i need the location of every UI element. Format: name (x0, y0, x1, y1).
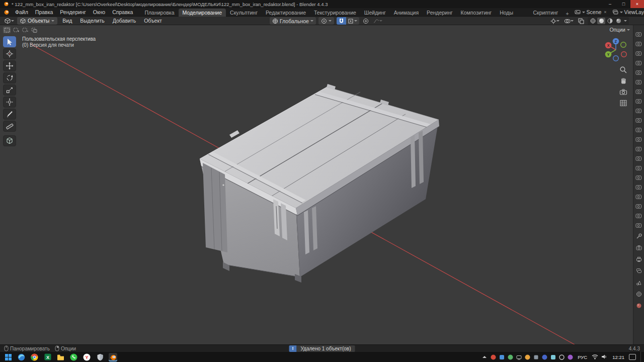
workspace-tab-modeling[interactable]: Моделирование (179, 9, 226, 17)
show-overlays-dropdown[interactable] (563, 17, 575, 25)
object-row-icon[interactable] (635, 213, 642, 219)
shading-solid-button[interactable] (597, 18, 605, 24)
object-row-icon[interactable] (635, 88, 642, 95)
tray-icon[interactable] (550, 354, 556, 360)
workspace-tab-layout[interactable]: Планировка (140, 9, 178, 17)
proportional-editing-toggle[interactable] (362, 17, 370, 25)
scene-selector[interactable]: Scene × (573, 9, 609, 16)
tool-rotate-button[interactable] (3, 72, 16, 83)
blender-menu-icon[interactable] (3, 10, 10, 15)
menu-select[interactable]: Выделить (77, 18, 107, 24)
close-button[interactable]: × (630, 0, 644, 8)
edge-browser-icon[interactable] (17, 353, 26, 361)
select-mode-set-icon[interactable] (3, 27, 11, 33)
select-mode-intersect-icon[interactable] (30, 27, 38, 33)
menu-add[interactable]: Добавить (110, 18, 139, 24)
menu-view[interactable]: Вид (59, 18, 75, 24)
tool-properties-tab[interactable] (636, 233, 642, 239)
tray-icon[interactable] (533, 354, 539, 360)
tray-icon[interactable] (507, 354, 513, 360)
object-row-icon[interactable] (635, 184, 642, 190)
3d-scene-ammo-crate[interactable] (0, 25, 633, 344)
3d-viewport[interactable]: Опции Пользовательская перспектива (0) В… (0, 25, 633, 344)
xray-toggle[interactable] (577, 17, 585, 25)
transform-orientation-dropdown[interactable]: Глобальное (270, 17, 316, 25)
maximize-button[interactable]: □ (617, 0, 630, 8)
workspace-tab-scripting[interactable]: Скриптинг (529, 9, 562, 17)
tray-icon[interactable] (499, 354, 505, 360)
object-row-icon[interactable] (635, 108, 642, 114)
notification-center-button[interactable] (629, 354, 636, 360)
object-row-icon[interactable] (635, 31, 642, 37)
zoom-icon[interactable] (619, 65, 628, 74)
tray-icon[interactable] (524, 354, 530, 360)
object-row-icon[interactable] (635, 222, 642, 228)
defender-shield-icon[interactable] (96, 353, 104, 361)
tray-icon[interactable] (567, 354, 573, 360)
tray-icon[interactable] (541, 354, 547, 360)
mode-selector-dropdown[interactable]: Объекты (17, 17, 57, 25)
viewlayer-selector[interactable]: ViewLayer × (610, 9, 644, 16)
viewlayer-properties-tab[interactable] (636, 268, 642, 274)
object-row-icon[interactable] (635, 98, 642, 104)
start-button[interactable] (4, 353, 13, 361)
wifi-icon[interactable] (592, 354, 598, 360)
select-mode-subtract-icon[interactable] (21, 27, 29, 33)
tool-measure-button[interactable] (3, 121, 16, 132)
chrome-browser-icon[interactable] (30, 353, 39, 361)
unlink-scene-icon[interactable]: × (603, 10, 606, 15)
tool-move-button[interactable] (3, 60, 16, 71)
shading-material-button[interactable] (606, 18, 614, 24)
material-properties-tab[interactable] (636, 303, 642, 309)
workspace-tab-uv[interactable]: Редактирование UV (262, 9, 310, 17)
shading-wireframe-button[interactable] (589, 18, 597, 24)
tool-select-box-button[interactable] (3, 36, 16, 47)
tool-add-cube-button[interactable] (3, 135, 16, 146)
object-row-icon[interactable] (635, 155, 642, 161)
object-row-icon[interactable] (635, 127, 642, 133)
object-row-icon[interactable] (635, 136, 642, 142)
menu-render[interactable]: Рендеринг (56, 9, 89, 16)
blender-taskbar-icon[interactable] (109, 353, 117, 361)
workspace-tab-compositing[interactable]: Композитинг (457, 9, 496, 17)
file-explorer-icon[interactable] (56, 353, 65, 361)
menu-file[interactable]: Файл (12, 9, 32, 16)
taskbar-clock[interactable]: 12:21 (611, 354, 626, 360)
tool-scale-button[interactable] (3, 84, 16, 96)
menu-help[interactable]: Справка (109, 9, 136, 16)
add-workspace-button[interactable]: + (562, 11, 572, 17)
shading-rendered-button[interactable] (614, 18, 622, 24)
workspace-tab-geometry-nodes[interactable]: Ноды геометрии (496, 9, 529, 17)
select-mode-extend-icon[interactable] (12, 27, 20, 33)
pivot-point-dropdown[interactable] (318, 17, 334, 25)
workspace-tab-rendering[interactable]: Рендеринг (423, 9, 456, 17)
tool-annotate-button[interactable] (3, 109, 16, 120)
whatsapp-icon[interactable] (69, 353, 78, 361)
excel-icon[interactable]: X (43, 353, 52, 361)
workspace-tab-sculpting[interactable]: Скульптинг (226, 9, 262, 17)
volume-icon[interactable] (601, 354, 608, 360)
report-message[interactable]: ! Удалено 1 объект(ов) (289, 345, 355, 352)
object-row-icon[interactable] (635, 194, 642, 200)
editor-type-button[interactable] (3, 17, 15, 25)
tray-icon[interactable] (558, 354, 565, 360)
yandex-browser-icon[interactable]: Y (83, 353, 91, 361)
menu-window[interactable]: Окно (90, 9, 109, 16)
menu-object[interactable]: Объект (141, 18, 165, 24)
render-properties-tab[interactable] (636, 245, 642, 251)
show-gizmo-dropdown[interactable] (549, 17, 560, 25)
world-properties-tab[interactable] (636, 291, 642, 297)
workspace-tab-animation[interactable]: Анимация (390, 9, 423, 17)
object-row-icon[interactable] (635, 117, 642, 123)
workspace-tab-shading[interactable]: Шейдинг (360, 9, 390, 17)
object-row-icon[interactable] (635, 174, 642, 180)
tray-icon[interactable] (490, 354, 496, 360)
pan-hand-icon[interactable] (619, 76, 628, 85)
object-row-icon[interactable] (635, 203, 642, 209)
proportional-falloff-dropdown[interactable] (372, 17, 383, 25)
object-row-icon[interactable] (635, 165, 642, 171)
tool-3d-cursor-button[interactable] (3, 48, 16, 59)
workspace-tab-texture[interactable]: Текстурирование (310, 9, 360, 17)
minimize-button[interactable]: – (603, 0, 617, 8)
object-row-icon[interactable] (635, 50, 642, 56)
